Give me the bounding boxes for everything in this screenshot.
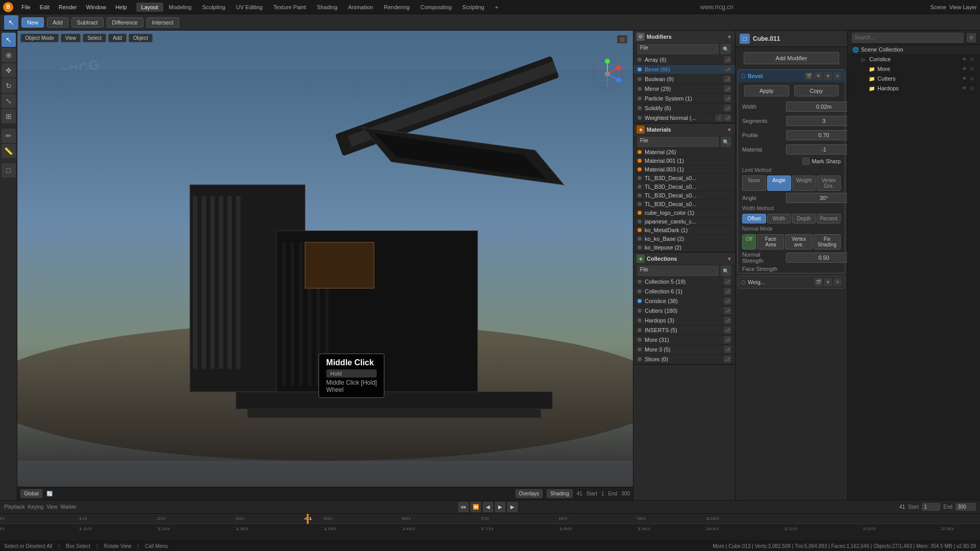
tab-add[interactable]: +: [490, 3, 503, 12]
mod-array-icon1[interactable]: ⎇: [724, 56, 731, 63]
tl-end-input[interactable]: [955, 503, 976, 511]
mod-particle-icon1[interactable]: ⎇: [724, 95, 731, 102]
mat-tl-4[interactable]: TL_B3D_Decal_s0...: [633, 200, 735, 209]
col-icon-more3[interactable]: ⎇: [724, 346, 731, 353]
apply-button[interactable]: Apply: [744, 85, 789, 96]
col-icon-corislice[interactable]: ⎇: [724, 297, 731, 305]
mat-cube-logo[interactable]: cube_logo_color (1): [633, 209, 735, 217]
modifiers-collapse[interactable]: ▼: [727, 34, 732, 40]
subtract-button[interactable]: Subtract: [71, 17, 104, 28]
col-icon-hardops[interactable]: ⎇: [724, 317, 731, 324]
nm-face-area-btn[interactable]: Face Area: [757, 234, 784, 249]
viewport[interactable]: RRCG 人人素材 RRCG 人人素材 RRCG 人人素材 人人素材 人人素材: [17, 31, 633, 500]
outliner-filter-btn[interactable]: ⚙: [967, 33, 976, 42]
normal-strength-input[interactable]: [786, 253, 847, 263]
timeline-ruler[interactable]: 0 10 20 30 41 50 60 70 80 90 100 0 110 1…: [0, 514, 980, 541]
mat-tl-2[interactable]: TL_B3D_Decal_s0...: [633, 183, 735, 191]
mod-bevel-icon1[interactable]: ⎇: [724, 66, 731, 73]
tool-cursor[interactable]: ⊕: [2, 48, 16, 62]
mod-solidify-icon1[interactable]: ⎇: [724, 105, 731, 112]
tab-animation[interactable]: Animation: [343, 3, 378, 12]
menu-window[interactable]: Window: [82, 3, 110, 11]
tool-annotate[interactable]: ✏: [2, 129, 16, 143]
tl-prev-frame[interactable]: ⏪: [471, 502, 481, 512]
limit-vertex-gro-btn[interactable]: Vertex Gro.: [817, 176, 841, 191]
mat-material[interactable]: Material (26): [633, 148, 735, 157]
width-input[interactable]: [786, 102, 847, 112]
outliner-hardops[interactable]: 📁 Hardops 👁 ⊙: [848, 84, 980, 93]
tab-modeling[interactable]: Modeling: [164, 3, 197, 12]
mark-sharp-box[interactable]: [802, 158, 810, 165]
tab-scripting[interactable]: Scripting: [457, 3, 489, 12]
col-more3[interactable]: More 3 (5) ⎇: [633, 345, 735, 355]
tool-transform[interactable]: ⊞: [2, 109, 16, 123]
corislice-lock-btn[interactable]: ⊙: [969, 56, 976, 63]
menu-help[interactable]: Help: [111, 3, 131, 11]
outliner-search[interactable]: [852, 33, 964, 43]
tl-start-input[interactable]: [922, 503, 940, 511]
tool-move[interactable]: ✥: [2, 63, 16, 78]
mod-particle[interactable]: Particle System (1) ⎇: [633, 94, 735, 104]
mod-array[interactable]: Array (6) ⎇: [633, 55, 735, 65]
tl-jump-start[interactable]: ⏮: [458, 502, 469, 512]
viewport-gizmo[interactable]: X Y Z: [592, 59, 623, 89]
tool-add-cube[interactable]: □: [2, 163, 16, 178]
mat-material-003[interactable]: Material.003 (1): [633, 165, 735, 174]
intersect-button[interactable]: Intersect: [146, 17, 179, 28]
vp-overlays-btn[interactable]: Overlays: [516, 489, 543, 498]
hardops-visible-btn[interactable]: 👁: [961, 85, 968, 92]
col-icon-5[interactable]: ⎇: [724, 278, 731, 285]
add-button[interactable]: Add: [47, 17, 68, 28]
segments-input[interactable]: [786, 116, 847, 126]
tab-rendering[interactable]: Rendering: [379, 3, 415, 12]
vp-object-btn[interactable]: Object: [129, 34, 153, 42]
menu-edit[interactable]: Edit: [36, 3, 54, 11]
material-input[interactable]: [786, 144, 847, 155]
mod-mirror-icon1[interactable]: ⎇: [724, 85, 731, 92]
mod-boolean-icon1[interactable]: ⎇: [724, 76, 731, 83]
col-icon-inserts[interactable]: ⎇: [724, 327, 731, 334]
materials-collapse[interactable]: ▼: [727, 127, 732, 133]
collections-collapse[interactable]: ▼: [727, 256, 732, 262]
modifiers-header[interactable]: ⚙ Modifiers ▼: [633, 31, 735, 43]
col-5[interactable]: Collection 5 (19) ⎇: [633, 277, 735, 287]
tl-next-keyframe[interactable]: ▶: [507, 502, 518, 512]
new-button[interactable]: New: [21, 17, 44, 28]
tab-layout[interactable]: Layout: [136, 3, 163, 12]
nm-fix-shading-btn[interactable]: Fix Shading: [814, 234, 841, 249]
wm-width-btn[interactable]: Width: [767, 214, 791, 223]
corislice-visible-btn[interactable]: 👁: [961, 56, 968, 63]
mod-weighted-icon2[interactable]: ⎇: [724, 114, 731, 121]
col-icon-6[interactable]: ⎇: [724, 288, 731, 295]
vp-view-btn[interactable]: View: [61, 34, 81, 42]
wm-percent-btn[interactable]: Percent: [817, 214, 841, 223]
wm-depth-btn[interactable]: Depth: [792, 214, 816, 223]
materials-header[interactable]: ◆ Materials ▼: [633, 123, 735, 136]
limit-none-btn[interactable]: None: [742, 176, 766, 191]
mod-solidify[interactable]: Solidify (6) ⎇: [633, 104, 735, 113]
vp-shading-btn[interactable]: Shading: [547, 489, 573, 498]
col-icon-cutters[interactable]: ⎇: [724, 307, 731, 314]
menu-file[interactable]: File: [17, 3, 35, 11]
mat-tl-1[interactable]: TL_B3D_Decal_s0...: [633, 174, 735, 183]
mod-weighted-icon1[interactable]: ↓: [716, 114, 723, 121]
hardops-lock-btn[interactable]: ⊙: [969, 85, 976, 92]
materials-file-select[interactable]: File: [638, 137, 719, 147]
mod-weighted-normal[interactable]: Weighted Normal (... ↓ ⎇: [633, 113, 735, 123]
menu-render[interactable]: Render: [55, 3, 81, 11]
col-hardops[interactable]: Hardops (3) ⎇: [633, 316, 735, 325]
tab-uv-editing[interactable]: UV Editing: [231, 3, 267, 12]
tab-sculpting[interactable]: Sculpting: [197, 3, 230, 12]
nm-vertex-ave-btn[interactable]: Vertex ave.: [785, 234, 812, 249]
tool-select[interactable]: ↖: [2, 33, 16, 47]
outliner-cutters[interactable]: 📁 Cutters 👁 ⊙: [848, 74, 980, 84]
mat-ko-litepuse[interactable]: ko_litepuse (2): [633, 243, 735, 252]
more-lock-btn[interactable]: ⊙: [969, 65, 976, 72]
col-corislice[interactable]: Corislice (38) ⎇: [633, 296, 735, 306]
mat-ko-metal[interactable]: ko_MetalDark (1): [633, 226, 735, 235]
angle-input[interactable]: [786, 193, 847, 203]
bevel-expand-toggle[interactable]: ▼: [824, 72, 832, 80]
cutters-lock-btn[interactable]: ⊙: [969, 75, 976, 82]
collections-search-btn[interactable]: 🔍: [721, 266, 731, 276]
vp-global-btn[interactable]: Global: [20, 489, 42, 498]
